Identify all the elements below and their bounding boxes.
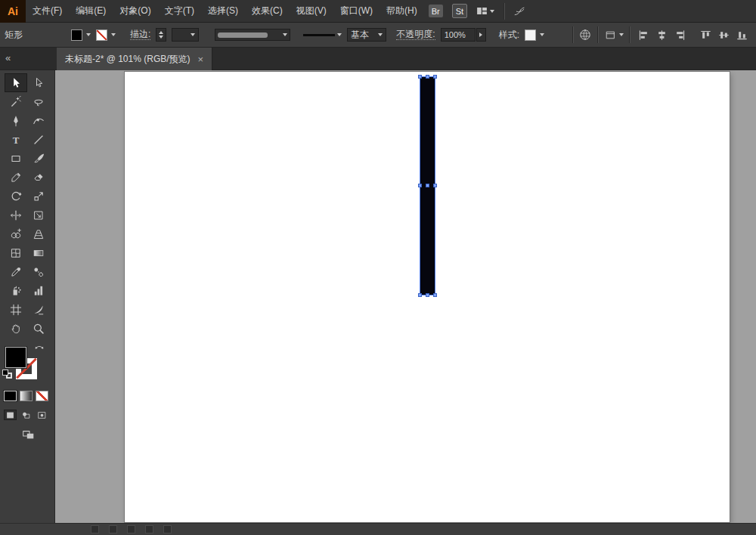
vertical-align-bottom-button[interactable] [733,27,750,42]
width-profile-dropdown[interactable] [215,29,290,41]
width-profile-preview [218,32,268,38]
menu-item-7[interactable]: 视图(V) [290,0,333,22]
stroke-weight-label[interactable]: 描边: [130,29,150,40]
workspace-switcher[interactable] [476,5,494,17]
tool-slice[interactable] [27,300,50,319]
tool-direct-selection[interactable] [27,73,50,92]
status-control-3[interactable] [127,525,135,533]
menu-item-6[interactable]: 效果(C) [245,0,290,22]
horizontal-align-right-button[interactable] [671,27,688,42]
chevron-down-icon [86,33,91,36]
gradient-mode-button[interactable] [20,391,33,401]
tool-rotate[interactable] [5,187,27,206]
tool-paintbrush[interactable] [27,149,50,168]
screen-mode-button[interactable] [18,428,38,441]
tool-scale[interactable] [27,187,50,206]
tool-blend[interactable] [27,262,50,281]
status-control-5[interactable] [163,525,172,533]
draw-behind-button[interactable] [20,410,33,420]
menu-item-1[interactable]: 文件(F) [26,0,69,22]
draw-normal-button[interactable] [4,410,17,420]
tool-rectangle[interactable] [5,149,27,168]
bridge-button[interactable]: Br [429,5,443,17]
stroke-weight-combo[interactable] [172,28,199,42]
horizontal-align-left-button[interactable] [635,27,652,42]
style-dropdown[interactable] [525,29,544,41]
document-tab[interactable]: 未标题-2* @ 101% (RGB/预览) × [57,48,212,70]
stroke-color-control[interactable] [96,29,116,41]
tool-pencil[interactable] [5,168,27,187]
illustrator-logo[interactable]: Ai [0,0,26,23]
selected-rectangle[interactable] [420,77,435,295]
selection-handle-top-left[interactable] [418,75,422,79]
tool-zoom[interactable] [27,319,50,338]
tool-magic-wand[interactable] [5,92,27,111]
tool-pen[interactable] [5,111,27,130]
selection-handle-top-right[interactable] [433,75,437,79]
fill-color-control[interactable] [71,29,91,41]
none-mode-button[interactable] [36,391,48,401]
selection-handle-right[interactable] [433,184,437,187]
menu-item-9[interactable]: 帮助(H) [380,0,424,22]
menu-item-4[interactable]: 文字(T) [158,0,201,22]
selection-handle-left[interactable] [418,184,422,187]
tool-line-segment[interactable] [27,130,50,149]
opacity-dropdown-button[interactable] [476,28,486,42]
color-mode-button[interactable] [4,391,17,401]
share-icon[interactable] [513,5,525,17]
tool-gradient[interactable] [27,243,50,262]
tool-eyedropper[interactable] [5,262,27,281]
vertical-align-center-button[interactable] [715,27,732,42]
status-control-4[interactable] [145,525,153,533]
opacity-label[interactable]: 不透明度: [396,29,435,40]
tool-free-transform[interactable] [27,206,50,224]
tool-mesh[interactable] [5,243,27,262]
tool-eraser[interactable] [27,168,50,187]
tool-column-graph[interactable] [27,281,50,300]
stroke-weight-stepper[interactable] [156,28,166,42]
default-colors-icon[interactable] [2,370,14,380]
fill-color-proxy[interactable] [5,347,26,368]
status-control-2[interactable] [109,525,117,533]
separator [597,26,598,43]
selection-handle-top[interactable] [426,75,429,79]
tool-curvature[interactable] [27,111,50,130]
transform-control[interactable] [603,28,624,42]
collapse-panel-button[interactable]: « [5,48,10,69]
tool-lasso[interactable] [27,92,50,111]
close-tab-icon[interactable]: × [198,54,204,64]
artboard[interactable] [125,72,730,522]
tool-selection[interactable] [5,73,27,92]
selection-center-point[interactable] [426,184,429,187]
chevron-down-icon [111,33,116,36]
selection-handle-bottom-right[interactable] [433,293,437,297]
recolor-artwork-icon[interactable] [578,28,592,42]
tool-width[interactable] [5,206,27,224]
tool-perspective-grid[interactable] [27,224,50,243]
swap-fill-stroke-icon[interactable] [33,344,45,354]
chevron-right-icon [479,32,482,37]
selection-handle-bottom-left[interactable] [418,293,422,297]
stock-button[interactable]: St [452,4,467,18]
control-bar: 矩形 描边: 基本 不透明度: [0,23,756,48]
brush-definition-dropdown[interactable]: 基本 [347,28,386,42]
menu-item-5[interactable]: 选择(S) [201,0,245,22]
tool-shape-builder[interactable] [5,224,27,243]
selection-handle-bottom[interactable] [426,293,429,297]
vertical-align-top-button[interactable] [697,27,714,42]
tool-hand[interactable] [5,319,27,338]
brush-stroke-dropdown[interactable] [303,33,342,36]
opacity-combo[interactable]: 100% [441,28,476,42]
tool-type[interactable]: T [5,130,27,149]
tool-symbol-sprayer[interactable] [5,281,27,300]
canvas[interactable] [55,70,756,523]
selected-object-label: 矩形 [5,29,23,42]
tool-artboard[interactable] [5,300,27,319]
svg-text:T: T [13,134,20,145]
horizontal-align-center-button[interactable] [653,27,670,42]
menu-item-8[interactable]: 窗口(W) [333,0,380,22]
status-control-1[interactable] [91,525,99,533]
menu-item-2[interactable]: 编辑(E) [69,0,113,22]
draw-inside-button[interactable] [36,410,48,420]
menu-item-3[interactable]: 对象(O) [113,0,157,22]
